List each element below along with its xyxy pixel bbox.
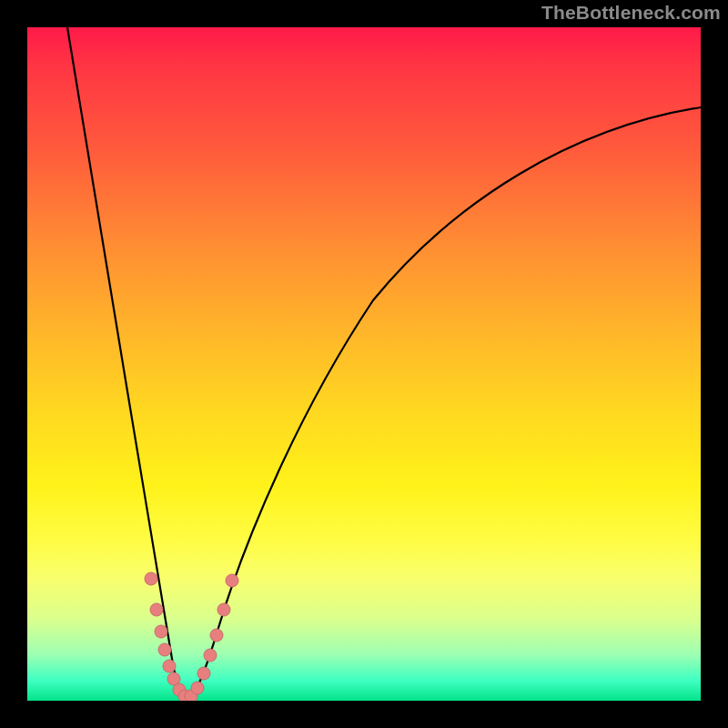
curve-right-branch (187, 107, 701, 700)
curve-left-branch (67, 27, 187, 700)
watermark-text: TheBottleneck.com (541, 2, 721, 24)
marker-point (158, 643, 171, 656)
marker-group (145, 572, 238, 701)
chart-svg (27, 27, 701, 701)
marker-point (150, 603, 163, 616)
marker-point (191, 682, 204, 694)
marker-point (155, 625, 167, 638)
marker-point (217, 603, 230, 616)
marker-point (197, 667, 210, 680)
marker-point (145, 572, 157, 585)
chart-frame: TheBottleneck.com (0, 0, 728, 728)
marker-point (163, 660, 176, 672)
marker-point (210, 629, 223, 642)
marker-point (204, 649, 217, 662)
marker-point (226, 574, 238, 587)
chart-plot-area (27, 27, 701, 701)
